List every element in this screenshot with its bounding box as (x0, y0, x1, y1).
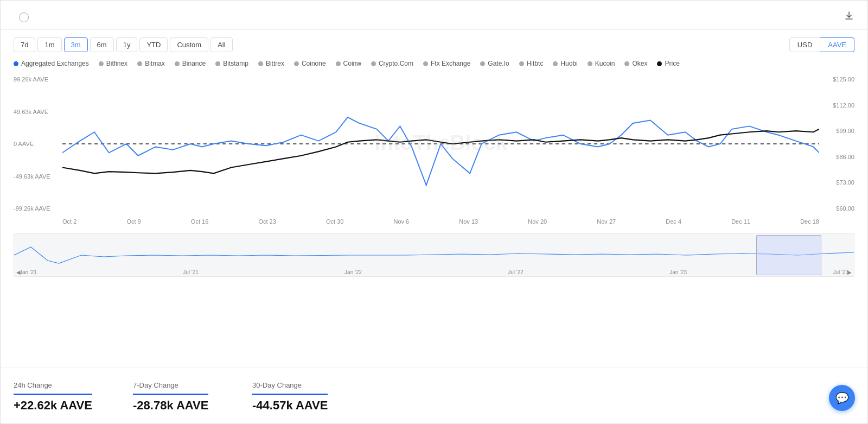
legend-dot (258, 61, 263, 66)
stat-label: 30-Day Change (252, 381, 355, 389)
x-label: Oct 23 (258, 218, 276, 225)
scroll-arrows: ◀ ▶ (14, 268, 854, 276)
y-axis-left: 99.26k AAVE49.63k AAVE0 AAVE-49.63k AAVE… (14, 76, 62, 212)
legend-item[interactable]: Bitstamp (215, 60, 248, 67)
legend-dot (14, 61, 18, 66)
stat-item: 7-Day Change-28.78k AAVE (133, 381, 252, 413)
legend-item[interactable]: Okex (624, 60, 647, 67)
legend-item[interactable]: Kucoin (588, 60, 615, 67)
svg-text:IntoTheBlock: IntoTheBlock (374, 131, 507, 154)
legend-dot (371, 61, 376, 66)
stat-item: 30-Day Change-44.57k AAVE (252, 381, 372, 413)
scroll-left[interactable]: ◀ (16, 269, 21, 275)
time-btn-3m[interactable]: 3m (64, 37, 88, 52)
legend-item[interactable]: Coinw (336, 60, 361, 67)
stat-label: 24h Change (14, 381, 117, 389)
legend-label: Price (665, 60, 679, 67)
currency-btn-aave[interactable]: AAVE (820, 37, 854, 52)
help-icon[interactable] (19, 12, 29, 22)
y-label-left: -99.26k AAVE (14, 205, 62, 212)
x-label: Dec 11 (731, 218, 750, 225)
legend-label: Ftx Exchange (431, 60, 470, 67)
legend-item[interactable]: Bitfinex (99, 60, 127, 67)
stat-item: 24h Change+22.62k AAVE (14, 381, 133, 413)
download-icon[interactable] (844, 10, 854, 24)
x-label: Nov 20 (528, 218, 547, 225)
chart-legend: Aggregated ExchangesBitfinexBitmaxBinanc… (1, 58, 867, 72)
legend-item[interactable]: Price (657, 60, 679, 67)
legend-item[interactable]: Bitmax (137, 60, 165, 67)
legend-label: Gate.Io (488, 60, 509, 67)
stat-label: 7-Day Change (133, 381, 236, 389)
y-label-left: 49.63k AAVE (14, 109, 62, 115)
currency-btn-usd[interactable]: USD (789, 37, 820, 52)
time-btn-all[interactable]: All (210, 37, 232, 52)
legend-item[interactable]: Crypto.Com (371, 60, 413, 67)
time-btn-custom[interactable]: Custom (170, 37, 208, 52)
legend-label: Aggregated Exchanges (21, 60, 89, 67)
time-btn-1m[interactable]: 1m (37, 37, 61, 52)
time-btn-1y[interactable]: 1y (116, 37, 138, 52)
legend-label: Okex (632, 60, 647, 67)
currency-buttons: USDAAVE (789, 37, 854, 52)
scroll-right[interactable]: ▶ (847, 269, 852, 275)
legend-item[interactable]: Binance (175, 60, 206, 67)
x-label: Nov 27 (597, 218, 616, 225)
chat-button[interactable]: 💬 (829, 385, 855, 411)
legend-dot (657, 61, 662, 66)
page-header (1, 1, 867, 30)
time-btn-7d[interactable]: 7d (14, 37, 35, 52)
legend-label: Binance (182, 60, 206, 67)
legend-label: Bitstamp (223, 60, 248, 67)
legend-dot (588, 61, 592, 66)
legend-label: Kucoin (595, 60, 615, 67)
time-btn-ytd[interactable]: YTD (139, 37, 168, 52)
legend-item[interactable]: Ftx Exchange (423, 60, 470, 67)
legend-dot (480, 61, 485, 66)
y-label-right: $60.00 (836, 205, 854, 212)
legend-dot (215, 61, 220, 66)
legend-dot (99, 61, 104, 66)
main-chart: 99.26k AAVE49.63k AAVE0 AAVE-49.63k AAVE… (14, 76, 854, 228)
legend-dot (624, 61, 629, 66)
time-buttons: 7d1m3m6m1yYTDCustomAll (14, 37, 233, 52)
legend-item[interactable]: Hitbtc (519, 60, 544, 67)
legend-item[interactable]: Aggregated Exchanges (14, 60, 89, 67)
toolbar: 7d1m3m6m1yYTDCustomAll USDAAVE (1, 30, 867, 58)
x-label: Oct 9 (126, 218, 141, 225)
legend-label: Crypto.Com (379, 60, 413, 67)
time-btn-6m[interactable]: 6m (90, 37, 114, 52)
legend-label: Bittrex (266, 60, 284, 67)
legend-item[interactable]: Huobi (553, 60, 577, 67)
legend-item[interactable]: Gate.Io (480, 60, 509, 67)
legend-dot (175, 61, 180, 66)
chat-icon: 💬 (835, 391, 849, 404)
legend-label: Bitfinex (106, 60, 127, 67)
y-axis-right: $125.00$112.00$99.00$86.00$73.00$60.00 (819, 76, 854, 212)
x-label: Oct 30 (326, 218, 343, 225)
legend-item[interactable]: Bittrex (258, 60, 284, 67)
legend-dot (336, 61, 341, 66)
header-left (14, 12, 29, 22)
y-label-left: 99.26k AAVE (14, 76, 62, 83)
legend-label: Coinw (343, 60, 361, 67)
x-axis: Oct 2Oct 9Oct 16Oct 23Oct 30Nov 6Nov 13N… (62, 215, 819, 228)
legend-item[interactable]: Coinone (294, 60, 326, 67)
x-label: Dec 18 (800, 218, 819, 225)
stat-value: +22.62k AAVE (14, 394, 92, 413)
y-label-right: $73.00 (836, 179, 854, 186)
stats-row: 24h Change+22.62k AAVE7-Day Change-28.78… (1, 368, 867, 423)
legend-dot (519, 61, 524, 66)
y-label-right: $86.00 (836, 154, 854, 160)
mini-chart[interactable]: Jan '21Jul '21Jan '22Jul '22Jan '23Jul '… (14, 233, 854, 277)
legend-dot (294, 61, 299, 66)
x-label: Dec 4 (666, 218, 681, 225)
legend-label: Bitmax (145, 60, 165, 67)
legend-dot (553, 61, 558, 66)
x-label: Oct 2 (62, 218, 76, 225)
y-label-right: $125.00 (833, 76, 854, 83)
legend-dot (137, 61, 142, 66)
legend-label: Coinone (302, 60, 326, 67)
legend-label: Huobi (560, 60, 577, 67)
stat-value: -44.57k AAVE (252, 394, 328, 413)
